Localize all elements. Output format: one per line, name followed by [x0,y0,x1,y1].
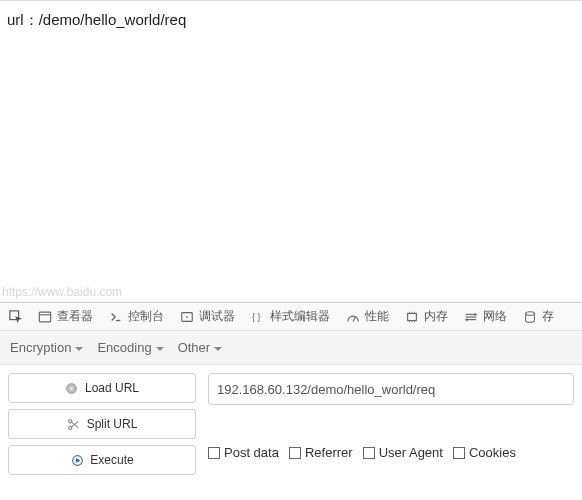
dropdown-label: Other [178,340,211,355]
devtools-tabs: 查看器 控制台 调试器 { } 样式编辑器 性能 [0,303,582,331]
tab-label: 样式编辑器 [270,308,330,325]
dropdown-encryption[interactable]: Encryption [10,340,83,355]
split-url-button[interactable]: Split URL [8,409,196,439]
console-icon [109,310,123,324]
tab-storage[interactable]: 存 [515,303,562,331]
scissors-icon [67,417,81,431]
storage-icon [523,310,537,324]
performance-icon [346,310,360,324]
checkbox-useragent[interactable]: User Agent [363,445,443,460]
tab-label: 查看器 [57,308,93,325]
checkbox-box [289,447,301,459]
checkbox-box [208,447,220,459]
chevron-down-icon [75,347,83,351]
response-text: url：/demo/hello_world/req [7,11,577,30]
chevron-down-icon [156,347,164,351]
svg-marker-18 [475,312,478,316]
hackbar-body: Load URL Split URL Execute Post d [0,365,582,475]
svg-rect-1 [39,312,50,322]
dropdown-label: Encoding [97,340,151,355]
tab-label: 存 [542,308,554,325]
tab-label: 控制台 [128,308,164,325]
button-label: Split URL [87,417,138,431]
load-url-button[interactable]: Load URL [8,373,196,403]
svg-point-5 [186,316,188,318]
tab-label: 网络 [483,308,507,325]
hackbar-right: Post data Referrer User Agent Cookies [208,373,574,475]
tab-label: 调试器 [199,308,235,325]
svg-line-7 [353,317,356,321]
page-body: url：/demo/hello_world/req https://www.ba… [0,0,582,302]
inspector-icon [38,310,52,324]
checkbox-postdata[interactable]: Post data [208,445,279,460]
tab-console[interactable]: 控制台 [101,303,172,331]
checkbox-cookies[interactable]: Cookies [453,445,516,460]
disk-icon [65,381,79,395]
dropdown-other[interactable]: Other [178,340,223,355]
button-label: Load URL [85,381,139,395]
tab-debugger[interactable]: 调试器 [172,303,243,331]
debugger-icon [180,310,194,324]
svg-point-20 [526,311,535,315]
tab-performance[interactable]: 性能 [338,303,397,331]
checkbox-box [363,447,375,459]
checkbox-label: Referrer [305,445,353,460]
tab-label: 内存 [424,308,448,325]
options-row: Post data Referrer User Agent Cookies [208,445,574,460]
tab-label: 性能 [365,308,389,325]
button-label: Execute [90,453,133,467]
checkbox-label: User Agent [379,445,443,460]
checkbox-label: Cookies [469,445,516,460]
tab-memory[interactable]: 内存 [397,303,456,331]
tab-inspector[interactable]: 查看器 [30,303,101,331]
svg-text:{ }: { } [252,312,261,322]
tab-network[interactable]: 网络 [456,303,515,331]
dropdown-encoding[interactable]: Encoding [97,340,163,355]
style-icon: { } [251,310,265,324]
url-input[interactable] [208,373,574,405]
svg-marker-28 [76,458,81,463]
network-icon [464,310,478,324]
hackbar-menu: Encryption Encoding Other [0,331,582,365]
svg-marker-19 [465,317,468,321]
dropdown-label: Encryption [10,340,71,355]
devtools-panel: 查看器 控制台 调试器 { } 样式编辑器 性能 [0,302,582,475]
svg-line-26 [72,421,79,427]
checkbox-box [453,447,465,459]
svg-line-25 [72,422,79,428]
hackbar-buttons: Load URL Split URL Execute [8,373,196,475]
tab-style-editor[interactable]: { } 样式编辑器 [243,303,338,331]
watermark-url: https://www.baidu.com [2,285,122,299]
element-picker-icon[interactable] [6,307,26,327]
svg-rect-8 [408,313,417,320]
checkbox-label: Post data [224,445,279,460]
memory-icon [405,310,419,324]
play-icon [70,453,84,467]
chevron-down-icon [214,347,222,351]
svg-point-22 [71,387,73,389]
execute-button[interactable]: Execute [8,445,196,475]
checkbox-referrer[interactable]: Referrer [289,445,353,460]
